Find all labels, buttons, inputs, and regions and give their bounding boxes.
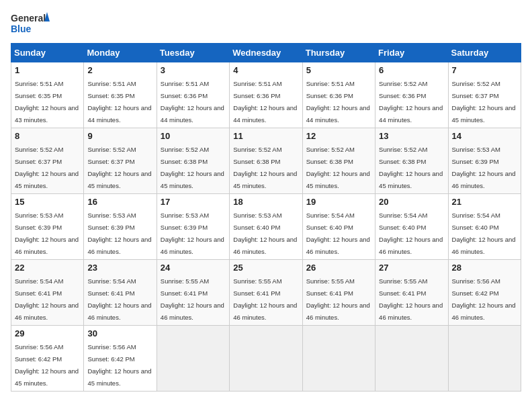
day-info: Sunrise: 5:51 AMSunset: 6:36 PMDaylight:…	[306, 80, 370, 124]
day-number: 3	[161, 65, 226, 75]
day-cell-4: 4 Sunrise: 5:51 AMSunset: 6:36 PMDayligh…	[230, 62, 302, 128]
day-info: Sunrise: 5:51 AMSunset: 6:35 PMDaylight:…	[15, 80, 79, 124]
day-cell-30: 30 Sunrise: 5:56 AMSunset: 6:42 PMDaylig…	[84, 326, 157, 392]
day-cell-14: 14 Sunrise: 5:53 AMSunset: 6:39 PMDaylig…	[448, 128, 521, 194]
day-info: Sunrise: 5:52 AMSunset: 6:38 PMDaylight:…	[161, 146, 224, 189]
day-cell-2: 2 Sunrise: 5:51 AMSunset: 6:35 PMDayligh…	[84, 62, 157, 128]
day-number: 16	[87, 197, 152, 207]
day-number: 15	[15, 197, 80, 207]
day-info: Sunrise: 5:53 AMSunset: 6:40 PMDaylight:…	[233, 212, 297, 255]
day-info: Sunrise: 5:56 AMSunset: 6:42 PMDaylight:…	[452, 277, 516, 321]
week-row-2: 8 Sunrise: 5:52 AMSunset: 6:37 PMDayligh…	[11, 128, 521, 194]
day-number: 2	[87, 65, 152, 75]
header-cell-saturday: Saturday	[448, 44, 521, 62]
header-cell-tuesday: Tuesday	[157, 44, 229, 62]
day-cell-3: 3 Sunrise: 5:51 AMSunset: 6:36 PMDayligh…	[157, 62, 229, 128]
day-cell-9: 9 Sunrise: 5:52 AMSunset: 6:37 PMDayligh…	[84, 128, 157, 194]
header-cell-sunday: Sunday	[11, 44, 84, 62]
day-info: Sunrise: 5:52 AMSunset: 6:37 PMDaylight:…	[15, 146, 79, 189]
day-cell-5: 5 Sunrise: 5:51 AMSunset: 6:36 PMDayligh…	[302, 62, 375, 128]
day-number: 25	[233, 263, 298, 273]
header: General Blue	[11, 11, 521, 38]
day-number: 6	[379, 65, 444, 75]
day-cell-19: 19 Sunrise: 5:54 AMSunset: 6:40 PMDaylig…	[302, 194, 375, 260]
day-cell-13: 13 Sunrise: 5:52 AMSunset: 6:38 PMDaylig…	[375, 128, 448, 194]
day-info: Sunrise: 5:54 AMSunset: 6:40 PMDaylight:…	[452, 212, 516, 255]
week-row-5: 29 Sunrise: 5:56 AMSunset: 6:42 PMDaylig…	[11, 326, 521, 392]
header-cell-friday: Friday	[375, 44, 448, 62]
day-cell-12: 12 Sunrise: 5:52 AMSunset: 6:38 PMDaylig…	[302, 128, 375, 194]
day-number: 27	[379, 263, 444, 273]
day-number: 22	[15, 263, 80, 273]
day-info: Sunrise: 5:54 AMSunset: 6:41 PMDaylight:…	[87, 277, 151, 321]
day-info: Sunrise: 5:55 AMSunset: 6:41 PMDaylight:…	[161, 277, 224, 321]
day-cell-25: 25 Sunrise: 5:55 AMSunset: 6:41 PMDaylig…	[230, 260, 302, 326]
day-info: Sunrise: 5:52 AMSunset: 6:38 PMDaylight:…	[306, 146, 370, 189]
day-info: Sunrise: 5:55 AMSunset: 6:41 PMDaylight:…	[306, 277, 370, 321]
svg-text:General: General	[11, 13, 46, 24]
day-cell-29: 29 Sunrise: 5:56 AMSunset: 6:42 PMDaylig…	[11, 326, 84, 392]
day-number: 28	[452, 263, 517, 273]
svg-text:Blue: Blue	[11, 24, 32, 34]
day-cell-1: 1 Sunrise: 5:51 AMSunset: 6:35 PMDayligh…	[11, 62, 84, 128]
day-info: Sunrise: 5:54 AMSunset: 6:40 PMDaylight:…	[306, 212, 370, 255]
day-number: 7	[452, 65, 517, 75]
day-number: 20	[379, 197, 444, 207]
day-number: 23	[87, 263, 152, 273]
day-number: 8	[15, 131, 80, 141]
day-cell-15: 15 Sunrise: 5:53 AMSunset: 6:39 PMDaylig…	[11, 194, 84, 260]
day-cell-23: 23 Sunrise: 5:54 AMSunset: 6:41 PMDaylig…	[84, 260, 157, 326]
day-cell-16: 16 Sunrise: 5:53 AMSunset: 6:39 PMDaylig…	[84, 194, 157, 260]
day-number: 29	[15, 328, 80, 338]
day-number: 12	[306, 131, 371, 141]
day-number: 10	[161, 131, 226, 141]
day-cell-24: 24 Sunrise: 5:55 AMSunset: 6:41 PMDaylig…	[157, 260, 229, 326]
calendar-table: SundayMondayTuesdayWednesdayThursdayFrid…	[11, 43, 521, 392]
day-number: 21	[452, 197, 517, 207]
day-number: 1	[15, 65, 80, 75]
day-number: 4	[233, 65, 298, 75]
empty-cell	[157, 326, 229, 392]
week-row-4: 22 Sunrise: 5:54 AMSunset: 6:41 PMDaylig…	[11, 260, 521, 326]
header-cell-wednesday: Wednesday	[230, 44, 302, 62]
day-cell-7: 7 Sunrise: 5:52 AMSunset: 6:37 PMDayligh…	[448, 62, 521, 128]
header-cell-monday: Monday	[84, 44, 157, 62]
day-info: Sunrise: 5:55 AMSunset: 6:41 PMDaylight:…	[233, 277, 297, 321]
day-cell-21: 21 Sunrise: 5:54 AMSunset: 6:40 PMDaylig…	[448, 194, 521, 260]
logo-svg: General Blue	[11, 11, 51, 38]
empty-cell	[448, 326, 521, 392]
day-number: 17	[161, 197, 226, 207]
day-number: 30	[87, 328, 152, 338]
day-info: Sunrise: 5:53 AMSunset: 6:39 PMDaylight:…	[452, 146, 516, 189]
header-cell-thursday: Thursday	[302, 44, 375, 62]
day-info: Sunrise: 5:56 AMSunset: 6:42 PMDaylight:…	[87, 343, 151, 387]
day-cell-20: 20 Sunrise: 5:54 AMSunset: 6:40 PMDaylig…	[375, 194, 448, 260]
day-cell-6: 6 Sunrise: 5:52 AMSunset: 6:36 PMDayligh…	[375, 62, 448, 128]
day-info: Sunrise: 5:51 AMSunset: 6:35 PMDaylight:…	[87, 80, 151, 124]
day-cell-22: 22 Sunrise: 5:54 AMSunset: 6:41 PMDaylig…	[11, 260, 84, 326]
week-row-3: 15 Sunrise: 5:53 AMSunset: 6:39 PMDaylig…	[11, 194, 521, 260]
logo: General Blue	[11, 11, 51, 38]
day-number: 26	[306, 263, 371, 273]
day-cell-11: 11 Sunrise: 5:52 AMSunset: 6:38 PMDaylig…	[230, 128, 302, 194]
day-number: 13	[379, 131, 444, 141]
calendar-header: SundayMondayTuesdayWednesdayThursdayFrid…	[11, 44, 521, 62]
day-number: 24	[161, 263, 226, 273]
empty-cell	[375, 326, 448, 392]
day-info: Sunrise: 5:52 AMSunset: 6:37 PMDaylight:…	[87, 146, 151, 189]
day-cell-18: 18 Sunrise: 5:53 AMSunset: 6:40 PMDaylig…	[230, 194, 302, 260]
day-cell-10: 10 Sunrise: 5:52 AMSunset: 6:38 PMDaylig…	[157, 128, 229, 194]
day-info: Sunrise: 5:53 AMSunset: 6:39 PMDaylight:…	[87, 212, 151, 255]
empty-cell	[230, 326, 302, 392]
day-info: Sunrise: 5:53 AMSunset: 6:39 PMDaylight:…	[161, 212, 224, 255]
day-number: 19	[306, 197, 371, 207]
day-info: Sunrise: 5:56 AMSunset: 6:42 PMDaylight:…	[15, 343, 79, 387]
week-row-1: 1 Sunrise: 5:51 AMSunset: 6:35 PMDayligh…	[11, 62, 521, 128]
day-cell-28: 28 Sunrise: 5:56 AMSunset: 6:42 PMDaylig…	[448, 260, 521, 326]
day-info: Sunrise: 5:53 AMSunset: 6:39 PMDaylight:…	[15, 212, 79, 255]
day-number: 11	[233, 131, 298, 141]
day-info: Sunrise: 5:52 AMSunset: 6:38 PMDaylight:…	[233, 146, 297, 189]
day-number: 9	[87, 131, 152, 141]
day-number: 5	[306, 65, 371, 75]
day-info: Sunrise: 5:52 AMSunset: 6:38 PMDaylight:…	[379, 146, 443, 189]
